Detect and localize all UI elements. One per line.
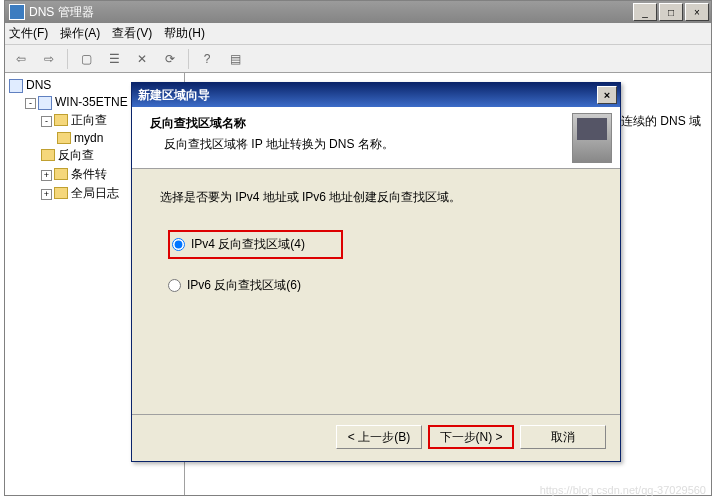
back-icon[interactable]: ⇦ [9, 48, 33, 70]
main-titlebar: DNS 管理器 _ □ × [5, 1, 711, 23]
radio-ipv6[interactable] [168, 279, 181, 292]
cancel-button[interactable]: 取消 [520, 425, 606, 449]
folder-icon [57, 132, 71, 144]
radio-ipv4-row: IPv4 反向查找区域(4) [168, 230, 592, 259]
radio-ipv4[interactable] [172, 238, 185, 251]
expander-icon[interactable]: - [41, 116, 52, 127]
menu-help[interactable]: 帮助(H) [164, 25, 205, 42]
delete-icon[interactable]: ✕ [130, 48, 154, 70]
dialog-prompt: 选择是否要为 IPv4 地址或 IPv6 地址创建反向查找区域。 [160, 189, 592, 206]
expander-icon[interactable]: + [41, 189, 52, 200]
dialog-title: 新建区域向导 [138, 87, 597, 104]
minimize-button[interactable]: _ [633, 3, 657, 21]
app-icon [9, 4, 25, 20]
menu-action[interactable]: 操作(A) [60, 25, 100, 42]
expander-icon[interactable]: - [25, 98, 36, 109]
dialog-separator [132, 414, 620, 415]
radio-ipv6-row: IPv6 反向查找区域(6) [168, 277, 592, 294]
help-icon[interactable]: ? [195, 48, 219, 70]
forward-icon[interactable]: ⇨ [37, 48, 61, 70]
dialog-header: 反向查找区域名称 反向查找区域将 IP 地址转换为 DNS 名称。 [132, 107, 620, 169]
server-icon [38, 96, 52, 110]
toolbar-separator [67, 49, 68, 69]
dialog-subheading: 反向查找区域将 IP 地址转换为 DNS 名称。 [150, 136, 550, 153]
dialog-footer: < 上一步(B) 下一步(N) > 取消 [336, 425, 606, 449]
main-title: DNS 管理器 [29, 4, 633, 21]
folder-icon [54, 187, 68, 199]
up-icon[interactable]: ▢ [74, 48, 98, 70]
menubar: 文件(F) 操作(A) 查看(V) 帮助(H) [5, 23, 711, 45]
radio-ipv6-label: IPv6 反向查找区域(6) [187, 277, 301, 294]
folder-icon [54, 168, 68, 180]
toolbar: ⇦ ⇨ ▢ ☰ ✕ ⟳ ? ▤ [5, 45, 711, 73]
toolbar-separator [188, 49, 189, 69]
expander-icon[interactable]: + [41, 170, 52, 181]
dialog-heading: 反向查找区域名称 [150, 115, 550, 132]
extra-icon[interactable]: ▤ [223, 48, 247, 70]
dialog-close-button[interactable]: × [597, 86, 617, 104]
next-button[interactable]: 下一步(N) > [428, 425, 514, 449]
watermark: https://blog.csdn.net/qq-37029560 [540, 484, 706, 496]
maximize-button[interactable]: □ [659, 3, 683, 21]
back-button[interactable]: < 上一步(B) [336, 425, 422, 449]
highlight-box: IPv4 反向查找区域(4) [168, 230, 343, 259]
radio-group: IPv4 反向查找区域(4) IPv6 反向查找区域(6) [160, 230, 592, 294]
folder-icon [41, 149, 55, 161]
server-image-icon [572, 113, 612, 163]
dns-icon [9, 79, 23, 93]
close-button[interactable]: × [685, 3, 709, 21]
dialog-titlebar: 新建区域向导 × [132, 83, 620, 107]
new-zone-wizard-dialog: 新建区域向导 × 反向查找区域名称 反向查找区域将 IP 地址转换为 DNS 名… [131, 82, 621, 462]
properties-icon[interactable]: ☰ [102, 48, 126, 70]
folder-icon [54, 114, 68, 126]
refresh-icon[interactable]: ⟳ [158, 48, 182, 70]
menu-view[interactable]: 查看(V) [112, 25, 152, 42]
menu-file[interactable]: 文件(F) [9, 25, 48, 42]
radio-ipv4-label: IPv4 反向查找区域(4) [191, 236, 305, 253]
dialog-body: 选择是否要为 IPv4 地址或 IPv6 地址创建反向查找区域。 IPv4 反向… [132, 169, 620, 332]
